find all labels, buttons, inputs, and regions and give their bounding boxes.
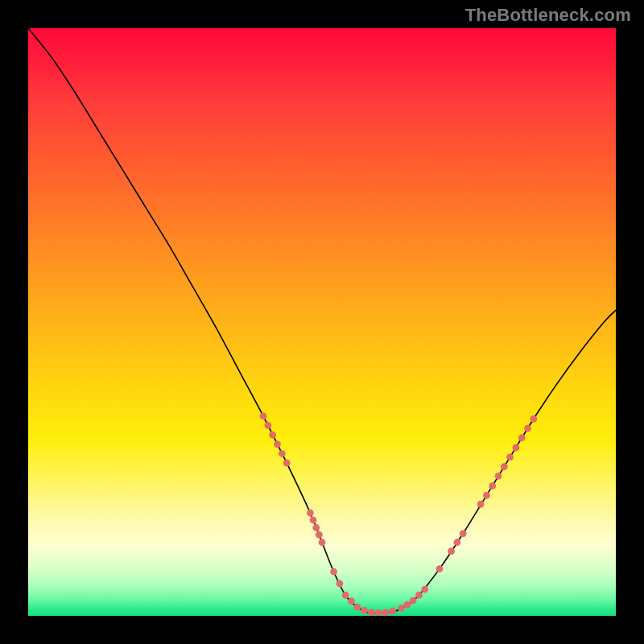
marker-dot [454,539,461,546]
marker-dot [448,547,455,555]
marker-dot [410,597,417,605]
marker-dot [264,422,271,429]
marker-dot [506,454,514,461]
marker-dots [28,28,616,616]
marker-dot [316,531,323,539]
marker-dot [283,460,291,467]
marker-dot [518,434,526,441]
marker-dot [483,492,490,499]
marker-dot [353,604,361,611]
marker-dot [274,440,281,448]
marker-dot [342,592,349,599]
marker-dot [421,586,428,593]
marker-dot [398,605,405,612]
marker-dot [348,597,355,605]
marker-dot [389,608,396,615]
marker-dot [460,530,467,537]
marker-dot [436,565,444,572]
marker-dot [336,580,344,587]
marker-dot [312,524,320,531]
marker-dot [368,609,375,616]
marker-dot [361,607,368,614]
marker-dot [319,539,326,546]
marker-dot [513,444,520,452]
marker-dot [501,463,508,470]
marker-dot [524,425,531,432]
marker-dot [307,510,314,517]
marker-dot [530,415,537,423]
marker-dot [477,501,485,508]
marker-dot [310,517,317,524]
marker-dot [279,450,286,457]
marker-dot [495,473,502,480]
marker-dot [269,431,276,439]
marker-dot [415,592,423,599]
marker-dot [330,568,337,576]
watermark-text: TheBottleneck.com [465,5,631,26]
marker-dot [489,482,496,489]
marker-dot [382,609,389,616]
marker-dot [260,412,267,419]
marker-dot [375,609,382,616]
chart-frame: TheBottleneck.com [0,0,644,644]
plot-area [28,28,616,616]
marker-dot [403,601,411,609]
